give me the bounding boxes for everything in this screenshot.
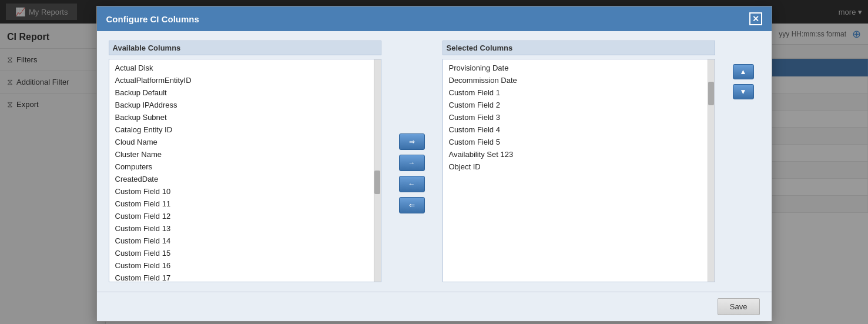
move-right-button[interactable]: → (399, 155, 425, 171)
available-columns-listbox[interactable]: Actual Disk ActualPlatformEntityID Backu… (109, 59, 381, 282)
move-left-button[interactable]: ← (399, 176, 425, 192)
list-item[interactable]: Backup IPAddress (109, 99, 381, 111)
list-item-cf4[interactable]: Custom Field 4 (443, 123, 715, 136)
list-item-cf1[interactable]: Custom Field 1 (443, 86, 715, 99)
list-item-provisioning-date[interactable]: Provisioning Date (443, 62, 715, 74)
available-scroll-indicator (374, 59, 381, 282)
selected-columns-title: Selected Columns (443, 41, 715, 55)
list-item-decommission-date[interactable]: Decommission Date (443, 74, 715, 86)
modal-overlay: Configure CI Columns ✕ Available Columns… (0, 0, 868, 324)
list-item[interactable]: Backup Default (109, 86, 381, 99)
modal-footer: Save (97, 292, 772, 321)
move-all-right-button[interactable]: ⇒ (399, 133, 425, 150)
list-item[interactable]: Custom Field 13 (109, 222, 381, 235)
list-item-custom-field-17[interactable]: Custom Field 17 (109, 272, 381, 282)
order-action-buttons: ▲ ▼ (727, 41, 760, 282)
transfer-buttons-group: ⇒ → ← ⇐ (393, 41, 431, 282)
move-up-button[interactable]: ▲ (733, 64, 754, 79)
list-item[interactable]: Custom Field 15 (109, 247, 381, 259)
selected-scroll-indicator (708, 59, 715, 282)
available-columns-title: Available Columns (109, 41, 381, 55)
configure-ci-columns-modal: Configure CI Columns ✕ Available Columns… (96, 6, 772, 322)
list-item[interactable]: Custom Field 12 (109, 210, 381, 222)
list-item-availability-set[interactable]: Availability Set 123 (443, 148, 715, 161)
save-button[interactable]: Save (718, 298, 760, 315)
selected-columns-listbox[interactable]: Provisioning Date Decommission Date Cust… (443, 59, 715, 282)
selected-columns-panel: Selected Columns Provisioning Date Decom… (443, 41, 715, 282)
list-item-cf2[interactable]: Custom Field 2 (443, 99, 715, 111)
modal-header: Configure CI Columns ✕ (97, 6, 772, 31)
available-columns-list: Actual Disk ActualPlatformEntityID Backu… (109, 59, 381, 282)
page-background: 📈 My Reports more ▾ CI Report ⧖ Filters … (0, 0, 868, 324)
list-item-object-id[interactable]: Object ID (443, 161, 715, 173)
move-all-left-button[interactable]: ⇐ (399, 197, 425, 213)
list-item[interactable]: Actual Disk (109, 62, 381, 74)
move-down-button[interactable]: ▼ (733, 84, 754, 99)
list-item-cf5[interactable]: Custom Field 5 (443, 136, 715, 148)
selected-columns-list: Provisioning Date Decommission Date Cust… (443, 59, 715, 175)
modal-title: Configure CI Columns (106, 14, 199, 24)
list-item[interactable]: Cluster Name (109, 148, 381, 161)
modal-close-button[interactable]: ✕ (749, 12, 762, 25)
list-item[interactable]: Custom Field 11 (109, 198, 381, 210)
list-item[interactable]: Catalog Entity ID (109, 123, 381, 136)
available-columns-panel: Available Columns Actual Disk ActualPlat… (109, 41, 381, 282)
list-item[interactable]: Cloud Name (109, 136, 381, 148)
list-item-custom-field-16[interactable]: Custom Field 16 (109, 259, 381, 272)
list-item-cf3[interactable]: Custom Field 3 (443, 111, 715, 123)
list-item[interactable]: Custom Field 14 (109, 235, 381, 247)
list-item[interactable]: Custom Field 10 (109, 185, 381, 198)
list-item[interactable]: CreatedDate (109, 173, 381, 185)
list-item[interactable]: Backup Subnet (109, 111, 381, 123)
scroll-thumb-selected (708, 82, 714, 105)
modal-body: Available Columns Actual Disk ActualPlat… (97, 31, 772, 292)
list-item[interactable]: Computers (109, 161, 381, 173)
scroll-thumb (374, 171, 380, 194)
list-item[interactable]: ActualPlatformEntityID (109, 74, 381, 86)
